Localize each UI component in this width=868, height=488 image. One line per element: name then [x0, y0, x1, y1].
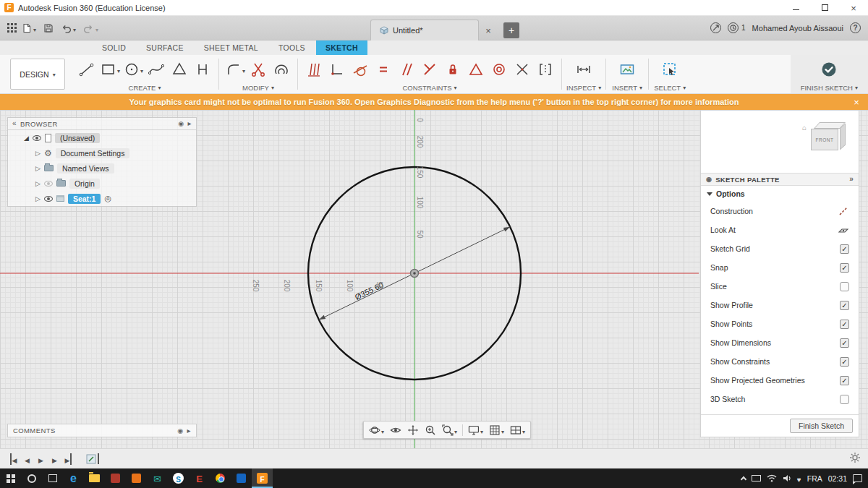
root-document-label[interactable]: (Unsaved) — [55, 133, 100, 143]
viewcube-front-face[interactable]: FRONT — [811, 129, 838, 150]
inspect-group-label[interactable]: INSPECT — [566, 82, 601, 93]
collapsed-arrow-icon[interactable] — [35, 194, 41, 202]
finish-sketch-palette-button[interactable]: Finish Sketch — [790, 419, 853, 433]
meet-now-icon[interactable] — [797, 473, 801, 484]
fix-constraint-button[interactable] — [441, 57, 464, 82]
3d-sketch-checkbox[interactable] — [840, 395, 849, 404]
select-group-label[interactable]: SELECT — [653, 82, 686, 93]
rectangle-tool-button[interactable] — [98, 57, 122, 82]
select-tool-button[interactable] — [658, 57, 681, 82]
expanded-arrow-icon[interactable] — [24, 134, 29, 142]
concentric-constraint-button[interactable] — [488, 57, 511, 82]
snap-checkbox[interactable] — [840, 263, 849, 273]
home-view-icon[interactable] — [802, 121, 807, 132]
app-button-1[interactable] — [105, 468, 126, 488]
minimize-button[interactable] — [781, 0, 810, 15]
tab-surface[interactable]: SURFACE — [137, 40, 193, 55]
look-at-button[interactable] — [838, 224, 849, 236]
display-settings-button[interactable] — [465, 422, 486, 438]
wifi-icon[interactable] — [767, 474, 777, 482]
timeline-settings-button[interactable] — [849, 452, 861, 466]
redo-button[interactable] — [80, 19, 102, 38]
fusion-taskbar-button[interactable] — [252, 468, 273, 488]
grid-settings-button[interactable] — [486, 422, 507, 438]
model-canvas[interactable]: Ø355.60 0 200 150 100 50 250 200 150 100… — [0, 110, 868, 448]
hidden-icons-chevron[interactable] — [741, 476, 746, 482]
viewcube-right-face[interactable] — [840, 123, 846, 150]
view-cube[interactable]: FRONT — [811, 122, 847, 157]
zoom-button[interactable] — [422, 422, 439, 438]
sketch-grid-checkbox[interactable] — [840, 244, 849, 254]
tangent-constraint-button[interactable] — [349, 57, 372, 82]
browser-item-seat[interactable]: Seat:1 — [8, 191, 196, 206]
show-profile-checkbox[interactable] — [840, 301, 849, 310]
expand-icon[interactable] — [187, 427, 191, 435]
slice-checkbox[interactable] — [840, 282, 849, 291]
polygon-tool-button[interactable] — [168, 57, 191, 82]
collapsed-arrow-icon[interactable] — [35, 179, 41, 187]
tray-pc-icon[interactable] — [752, 475, 761, 481]
tab-sketch[interactable]: SKETCH — [316, 40, 367, 55]
constraints-group-label[interactable]: CONSTRAINTS — [302, 82, 557, 93]
file-explorer-button[interactable] — [84, 468, 105, 488]
construction-tool-button[interactable] — [838, 205, 849, 217]
viewports-button[interactable] — [507, 422, 528, 438]
trim-tool-button[interactable] — [247, 57, 270, 82]
show-points-checkbox[interactable] — [840, 320, 849, 329]
visibility-eye-icon[interactable] — [33, 135, 41, 141]
finish-sketch-label[interactable]: FINISH SKETCH — [801, 82, 858, 93]
collapsed-arrow-icon[interactable] — [35, 149, 41, 157]
show-dimensions-checkbox[interactable] — [840, 338, 849, 348]
app-grid-menu-icon[interactable] — [7, 23, 9, 25]
sketch-dimension-button[interactable] — [302, 57, 326, 82]
browser-item-document-settings[interactable]: Document Settings — [8, 145, 196, 160]
app-button-2[interactable] — [126, 468, 147, 488]
mail-button[interactable] — [147, 468, 168, 488]
app-button-3[interactable] — [189, 468, 210, 488]
finish-sketch-button[interactable] — [817, 57, 841, 82]
fillet-tool-button[interactable] — [224, 57, 247, 82]
visibility-eye-icon[interactable] — [44, 196, 53, 202]
skype-button[interactable] — [168, 468, 189, 488]
timeline-play-button[interactable] — [35, 453, 47, 466]
volume-icon[interactable] — [783, 474, 791, 482]
document-tab-close-button[interactable] — [479, 24, 498, 37]
timeline-step-forward-button[interactable] — [48, 453, 61, 466]
start-button[interactable] — [0, 468, 21, 488]
notifications-button[interactable] — [728, 22, 739, 33]
visibility-eye-icon[interactable] — [44, 181, 53, 187]
help-button[interactable]: ? — [850, 22, 861, 33]
app-button-4[interactable] — [231, 468, 252, 488]
comments-panel[interactable]: COMMENTS — [7, 424, 197, 437]
timeline-cursor[interactable] — [98, 453, 99, 464]
new-document-button[interactable] — [503, 22, 519, 38]
browser-item-origin[interactable]: Origin — [8, 176, 196, 191]
banner-close-button[interactable] — [849, 94, 864, 110]
modify-group-label[interactable]: MODIFY — [224, 82, 293, 93]
timeline-go-start-button[interactable] — [7, 453, 20, 466]
circle-tool-button[interactable] — [122, 57, 145, 82]
chrome-button[interactable] — [210, 468, 231, 488]
expand-icon[interactable] — [188, 120, 192, 127]
offset-tool-button[interactable] — [270, 57, 293, 82]
file-menu-button[interactable] — [18, 19, 40, 38]
browser-root-row[interactable]: (Unsaved) — [8, 130, 196, 145]
timeline-go-end-button[interactable] — [62, 453, 75, 466]
item-label[interactable]: Origin — [69, 179, 100, 189]
equal-constraint-button[interactable] — [372, 57, 395, 82]
search-button[interactable] — [21, 468, 42, 488]
user-account-button[interactable]: Mohamed Ayoub Aissaoui — [752, 24, 843, 33]
save-button[interactable] — [40, 19, 57, 38]
browser-item-named-views[interactable]: Named Views — [8, 160, 196, 176]
collapsed-arrow-icon[interactable] — [35, 164, 41, 172]
timeline-step-back-button[interactable] — [21, 453, 33, 466]
insert-group-label[interactable]: INSERT — [610, 82, 644, 93]
polygon-constraint-button[interactable] — [464, 57, 488, 82]
expand-panel-icon[interactable] — [849, 176, 854, 183]
symmetry-constraint-button[interactable] — [534, 57, 557, 82]
show-constraints-checkbox[interactable] — [840, 357, 849, 367]
parallel-constraint-button[interactable] — [395, 57, 418, 82]
collinear-constraint-button[interactable] — [511, 57, 534, 82]
options-section-header[interactable]: Options — [701, 186, 859, 202]
close-button[interactable] — [839, 0, 868, 15]
